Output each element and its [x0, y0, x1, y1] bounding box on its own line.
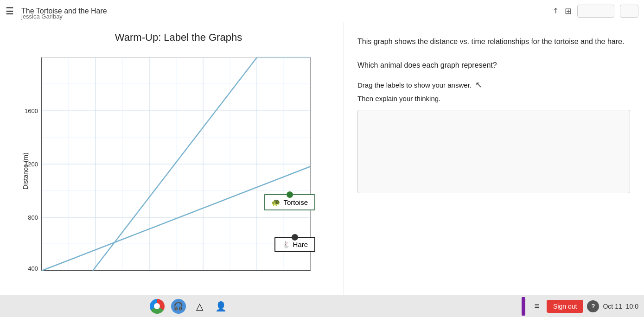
drag-instruction-text: Drag the labels to show your answer.	[357, 81, 472, 89]
taskbar-icons: 🎧 △ 👤	[150, 299, 229, 314]
top-bar-right: ↙ ⊞	[553, 5, 638, 18]
hare-label-card[interactable]: 🐇 Hare	[274, 237, 315, 252]
tortoise-dot	[287, 191, 293, 198]
time-display: 10:0	[626, 303, 638, 310]
page-title: Warm-Up: Label the Graphs	[23, 32, 334, 44]
question-text: Which animal does each graph represent?	[357, 60, 630, 70]
graph-container: Distance (m)	[19, 53, 334, 289]
hare-dot	[292, 234, 298, 241]
help-button[interactable]: ?	[587, 300, 599, 312]
tortoise-icon: 🐢	[271, 198, 281, 207]
left-panel: Warm-Up: Label the Graphs Distance (m)	[0, 22, 343, 317]
resize-icon[interactable]: ↙	[551, 6, 561, 16]
hare-label-text: Hare	[293, 241, 308, 248]
explain-text: Then explain your thinking.	[357, 95, 630, 102]
top-bar-spacer-2	[620, 5, 638, 18]
hamburger-icon[interactable]: ☰	[6, 6, 14, 17]
docs-icon[interactable]: 👤	[214, 299, 229, 314]
description-text: This graph shows the distance vs. time r…	[357, 36, 630, 47]
grid-icon[interactable]: ⊞	[565, 6, 572, 16]
equals-button[interactable]: ≡	[531, 299, 543, 313]
purple-bar	[522, 297, 525, 316]
tortoise-label-text: Tortoise	[283, 198, 308, 206]
music-icon[interactable]: 🎧	[171, 299, 186, 314]
y-axis-label: Distance (m)	[22, 152, 29, 189]
date-display: Oct 11	[603, 303, 622, 310]
svg-text:1600: 1600	[25, 108, 38, 114]
chrome-inner	[154, 303, 160, 309]
drive-icon[interactable]: △	[192, 299, 207, 314]
drag-instruction: Drag the labels to show your answer. ↖	[357, 80, 630, 90]
svg-text:400: 400	[28, 265, 38, 272]
sign-out-button[interactable]: Sign out	[547, 300, 583, 313]
top-bar: ☰ The Tortoise and the Hare jessica Gari…	[0, 0, 644, 22]
taskbar-right: ≡ Sign out ? Oct 11 10:0	[522, 297, 638, 316]
hare-icon: 🐇	[282, 241, 290, 248]
top-bar-spacer	[577, 5, 614, 18]
tortoise-label-card[interactable]: 🐢 Tortoise	[264, 194, 315, 210]
right-panel: This graph shows the distance vs. time r…	[343, 22, 644, 317]
svg-text:800: 800	[28, 214, 38, 221]
chrome-icon[interactable]	[150, 299, 165, 314]
taskbar: 🎧 △ 👤 ≡ Sign out ? Oct 11 10:0	[0, 295, 644, 317]
cursor-icon: ↖	[475, 80, 482, 90]
main-content: Warm-Up: Label the Graphs Distance (m)	[0, 22, 644, 317]
user-name: jessica Garibay	[21, 13, 63, 20]
answer-text-box[interactable]	[357, 110, 630, 193]
